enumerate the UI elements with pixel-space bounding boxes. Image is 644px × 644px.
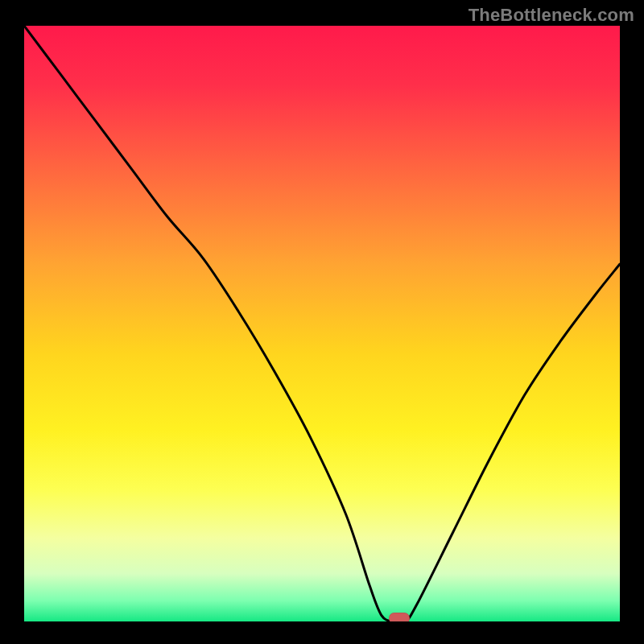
attribution-label: TheBottleneck.com [469, 5, 634, 26]
bottleneck-curve [24, 26, 620, 621]
curve-layer [24, 26, 620, 621]
chart-frame: TheBottleneck.com [0, 0, 644, 644]
plot-area [24, 26, 620, 621]
optimal-point-marker [389, 613, 410, 621]
